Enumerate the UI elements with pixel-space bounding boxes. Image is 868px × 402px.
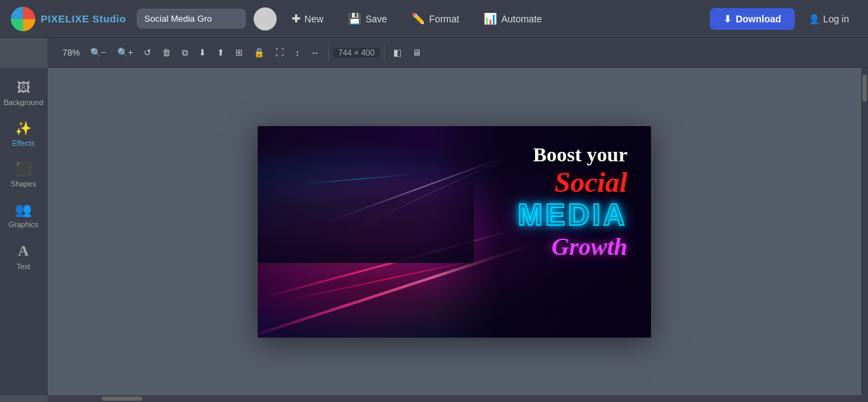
layer-button[interactable]: ◧ [389, 45, 406, 60]
display-icon: 🖥 [412, 47, 421, 58]
scrollbar-right-thumb[interactable] [863, 75, 867, 102]
toolbar: 78% 🔍− 🔍+ ↺ 🗑 ⧉ ⬇ ⬆ ⊞ 🔒 ⛶ ↕ ↔ 744 × 400 … [47, 38, 868, 68]
sidebar: 🖼 Background ✨ Effects ⬛ Shapes 👥 Graphi… [0, 68, 47, 395]
text-icon: A [18, 242, 29, 260]
delete-icon: 🗑 [162, 47, 171, 58]
sidebar-item-text[interactable]: A Text [0, 237, 47, 276]
navbar: PIXELIXE Studio ✚ New 💾 Save ✏️ Format 📊… [0, 0, 868, 38]
sidebar-item-shapes[interactable]: ⬛ Shapes [0, 155, 47, 193]
background-icon: 🖼 [17, 80, 31, 96]
crop-icon: ⛶ [275, 47, 284, 58]
display-button[interactable]: 🖥 [408, 45, 426, 60]
format-button[interactable]: ✏️ Format [402, 7, 469, 30]
sidebar-item-effects[interactable]: ✨ Effects [0, 115, 47, 153]
canvas-title-line2: Social [399, 167, 627, 198]
layer-icon: ◧ [393, 47, 401, 58]
duplicate-button[interactable]: ⧉ [177, 45, 193, 61]
sidebar-label-graphics: Graphics [8, 220, 38, 228]
grid-button[interactable]: ⊞ [231, 45, 248, 60]
format-icon: ✏️ [412, 12, 425, 25]
resize-v-button[interactable]: ↕ [290, 45, 304, 60]
logo-area: PIXELIXE Studio [11, 7, 126, 31]
new-label: New [304, 14, 323, 24]
resize-v-icon: ↕ [295, 47, 300, 58]
download-label: Download [736, 14, 781, 24]
undo-icon: ↺ [144, 47, 151, 58]
logo-icon [11, 7, 35, 31]
scrollbar-bottom[interactable] [47, 395, 868, 402]
new-icon: ✚ [292, 12, 300, 25]
resize-h-button[interactable]: ↔ [306, 45, 324, 60]
grid-icon: ⊞ [235, 47, 243, 58]
canvas-text-area: Boost your Social MEDIA Growth [399, 142, 627, 262]
lock-button[interactable]: 🔒 [249, 45, 269, 60]
app-name: PIXELIXE Studio [41, 13, 126, 24]
undo-button[interactable]: ↺ [139, 45, 156, 60]
sidebar-label-text: Text [16, 262, 30, 270]
avatar [254, 7, 277, 31]
zoom-level: 78% [58, 47, 84, 58]
align-top-icon: ⬆ [217, 47, 224, 58]
canvas-dimensions: 744 × 400 [333, 48, 380, 58]
graphics-icon: 👥 [15, 201, 32, 218]
align-top-button[interactable]: ⬆ [212, 45, 229, 60]
main-area: 🖼 Background ✨ Effects ⬛ Shapes 👥 Graphi… [0, 68, 868, 395]
sidebar-item-background[interactable]: 🖼 Background [0, 75, 47, 112]
project-name-input[interactable] [137, 9, 245, 28]
zoom-in-button[interactable]: 🔍+ [113, 45, 138, 60]
zoom-out-icon: 🔍− [90, 47, 106, 58]
sidebar-item-graphics[interactable]: 👥 Graphics [0, 196, 47, 234]
canvas-title-line3: MEDIA [399, 199, 627, 231]
sidebar-label-background: Background [3, 98, 43, 106]
automate-label: Automate [501, 14, 542, 24]
save-label: Save [366, 14, 387, 24]
automate-icon: 📊 [484, 12, 497, 25]
canvas-title-line4: Growth [399, 231, 627, 263]
toolbar-divider-2 [384, 45, 384, 61]
app-name-studio: Studio [92, 13, 126, 24]
duplicate-icon: ⧉ [182, 47, 188, 58]
toolbar-divider [328, 45, 329, 61]
sidebar-label-effects: Effects [12, 139, 35, 147]
download-button[interactable]: ⬇ Download [710, 8, 795, 30]
save-icon: 💾 [348, 12, 361, 25]
scrollbar-bottom-thumb[interactable] [102, 397, 142, 401]
canvas-frame[interactable]: Boost your Social MEDIA Growth [258, 126, 651, 338]
format-label: Format [429, 14, 459, 24]
align-bottom-button[interactable]: ⬇ [194, 45, 211, 60]
canvas-title-line1: Boost your [399, 142, 627, 167]
crop-button[interactable]: ⛶ [271, 45, 289, 60]
lock-icon: 🔒 [254, 47, 264, 58]
zoom-out-button[interactable]: 🔍− [85, 45, 111, 60]
login-button[interactable]: 👤 Log in [800, 9, 857, 29]
login-label: Log in [823, 14, 849, 24]
zoom-in-icon: 🔍+ [117, 47, 134, 58]
app-name-pixelixe: PIXELIXE [41, 13, 90, 24]
scrollbar-right[interactable] [861, 68, 868, 395]
login-icon: 👤 [808, 14, 820, 24]
resize-h-icon: ↔ [311, 47, 319, 58]
delete-button[interactable]: 🗑 [157, 45, 176, 60]
new-button[interactable]: ✚ New [282, 7, 333, 30]
shapes-icon: ⬛ [15, 161, 32, 177]
align-bottom-icon: ⬇ [199, 47, 206, 58]
canvas-area[interactable]: Boost your Social MEDIA Growth [47, 68, 861, 395]
effects-icon: ✨ [15, 120, 32, 136]
automate-button[interactable]: 📊 Automate [474, 7, 551, 30]
save-button[interactable]: 💾 Save [338, 7, 397, 30]
sidebar-label-shapes: Shapes [11, 180, 36, 188]
download-icon: ⬇ [724, 14, 732, 24]
